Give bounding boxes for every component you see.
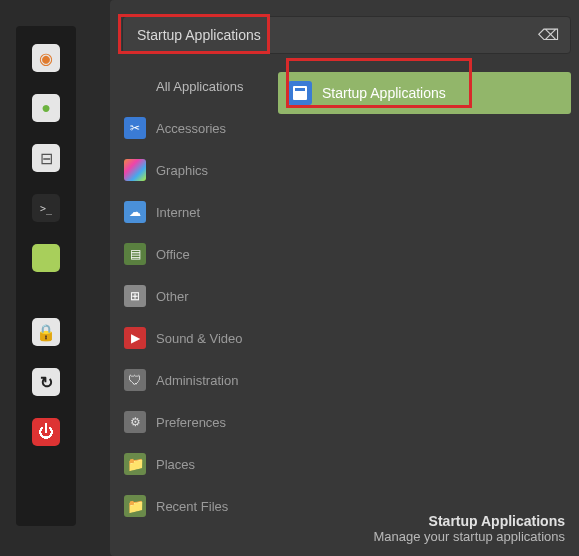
search-results: Startup Applications [278, 66, 571, 520]
category-list: All Applications ✂ Accessories Graphics … [122, 66, 264, 520]
category-label: Recent Files [156, 499, 228, 514]
folder-clock-icon: 📁 [124, 495, 146, 517]
palette-icon [124, 159, 146, 181]
category-office[interactable]: ▤ Office [122, 240, 264, 268]
category-label: Internet [156, 205, 200, 220]
category-label: Sound & Video [156, 331, 243, 346]
lock-icon[interactable]: 🔒 [32, 318, 60, 346]
settings-toggle-icon[interactable]: ⊟ [32, 144, 60, 172]
category-label: All Applications [156, 79, 243, 94]
reload-icon[interactable]: ↻ [32, 368, 60, 396]
search-input[interactable] [122, 16, 571, 54]
apps-icon [124, 75, 146, 97]
search-row: ⌫ [122, 16, 571, 54]
category-other[interactable]: ⊞ Other [122, 282, 264, 310]
category-label: Graphics [156, 163, 208, 178]
document-icon: ▤ [124, 243, 146, 265]
window-settings-icon [288, 81, 312, 105]
category-graphics[interactable]: Graphics [122, 156, 264, 184]
files-icon[interactable] [32, 244, 60, 272]
apps-grid-icon[interactable]: ● [32, 94, 60, 122]
category-internet[interactable]: ☁ Internet [122, 198, 264, 226]
category-recent-files[interactable]: 📁 Recent Files [122, 492, 264, 520]
play-icon: ▶ [124, 327, 146, 349]
category-label: Accessories [156, 121, 226, 136]
category-preferences[interactable]: ⚙ Preferences [122, 408, 264, 436]
category-accessories[interactable]: ✂ Accessories [122, 114, 264, 142]
application-menu: ⌫ All Applications ✂ Accessories Graphic… [110, 0, 579, 556]
category-label: Other [156, 289, 189, 304]
category-label: Administration [156, 373, 238, 388]
grid-icon: ⊞ [124, 285, 146, 307]
gear-icon: ⚙ [124, 411, 146, 433]
result-label: Startup Applications [322, 85, 446, 101]
result-startup-applications[interactable]: Startup Applications [278, 72, 571, 114]
selection-description: Startup Applications Manage your startup… [373, 513, 565, 544]
shield-icon: 🛡 [124, 369, 146, 391]
terminal-icon[interactable]: >_ [32, 194, 60, 222]
description-title: Startup Applications [373, 513, 565, 529]
description-subtitle: Manage your startup applications [373, 529, 565, 544]
clear-search-icon[interactable]: ⌫ [538, 26, 559, 44]
category-all-applications[interactable]: All Applications [122, 72, 264, 100]
category-places[interactable]: 📁 Places [122, 450, 264, 478]
category-label: Places [156, 457, 195, 472]
power-icon[interactable]: ⏻ [32, 418, 60, 446]
category-label: Office [156, 247, 190, 262]
cloud-icon: ☁ [124, 201, 146, 223]
category-label: Preferences [156, 415, 226, 430]
scissors-icon: ✂ [124, 117, 146, 139]
firefox-icon[interactable]: ◉ [32, 44, 60, 72]
taskbar-panel: ◉ ● ⊟ >_ 🔒 ↻ ⏻ [16, 26, 76, 526]
category-sound-video[interactable]: ▶ Sound & Video [122, 324, 264, 352]
category-administration[interactable]: 🛡 Administration [122, 366, 264, 394]
svg-rect-1 [295, 88, 305, 91]
folder-icon: 📁 [124, 453, 146, 475]
